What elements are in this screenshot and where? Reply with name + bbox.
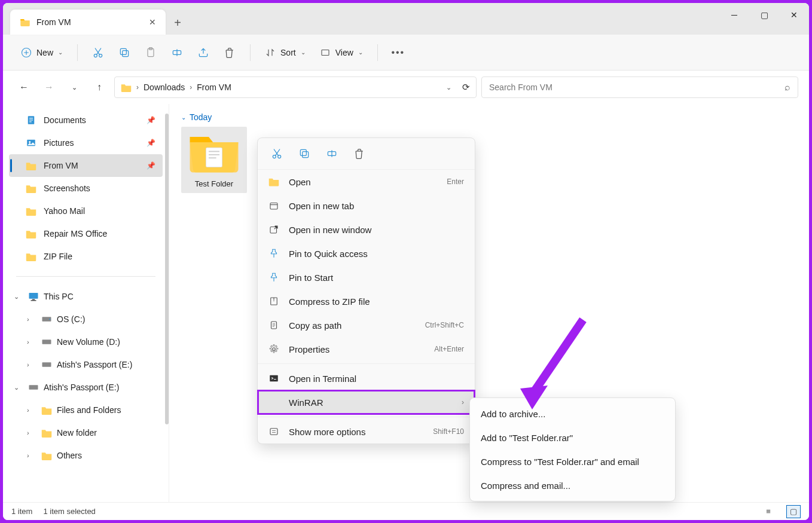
sidebar-this-pc[interactable]: ⌄ This PC <box>9 285 163 308</box>
pin-icon: 📌 <box>146 161 155 170</box>
sidebar-item-from-vm[interactable]: From VM 📌 <box>9 154 163 177</box>
ctx-pin-quick-access[interactable]: Pin to Quick access <box>258 241 475 265</box>
sidebar-item-zip-file[interactable]: ZIP File <box>9 245 163 268</box>
ctx-show-more[interactable]: Show more options Shift+F10 <box>258 420 475 444</box>
breadcrumb-from-vm[interactable]: From VM <box>197 82 231 92</box>
folder-icon <box>41 451 52 460</box>
ctx-open-new-tab[interactable]: Open in new tab <box>258 194 475 218</box>
submenu-compress-email-generic[interactable]: Compress and email... <box>470 473 675 497</box>
sidebar-item-screenshots[interactable]: Screenshots <box>9 177 163 200</box>
minimize-button[interactable]: ─ <box>719 3 749 27</box>
view-button[interactable]: View ⌄ <box>314 44 369 62</box>
new-window-icon <box>268 224 279 235</box>
new-tab-button[interactable]: + <box>166 11 190 35</box>
svg-rect-38 <box>270 429 277 435</box>
sidebar-new-folder[interactable]: › New folder <box>9 421 163 444</box>
folder-icon <box>187 131 241 176</box>
copy-icon <box>298 148 310 160</box>
group-header-today[interactable]: ⌄ Today <box>181 112 797 122</box>
ctx-label: Show more options <box>289 427 365 437</box>
ctx-open-terminal[interactable]: Open in Terminal <box>258 366 475 390</box>
drive-label: Atish's Passport (E:) <box>57 360 132 369</box>
close-window-button[interactable]: ✕ <box>779 3 809 27</box>
paste-button[interactable] <box>139 41 163 65</box>
tab-from-vm[interactable]: From VM ✕ <box>10 10 166 35</box>
chevron-right-icon: › <box>27 406 36 414</box>
file-item-test-folder[interactable]: Test Folder <box>181 127 247 193</box>
sidebar-others[interactable]: › Others <box>9 444 163 467</box>
close-tab-icon[interactable]: ✕ <box>149 17 156 27</box>
status-selected: 1 item selected <box>43 507 95 516</box>
trash-icon <box>353 148 365 160</box>
search-box[interactable]: ⌕ <box>481 77 798 98</box>
ctx-cut-button[interactable] <box>270 146 284 161</box>
scrollbar[interactable] <box>165 114 169 424</box>
ctx-compress-zip[interactable]: Compress to ZIP file <box>258 289 475 313</box>
context-menu: Open Enter Open in new tab Open in new w… <box>257 137 475 444</box>
ctx-open-new-window[interactable]: Open in new window <box>258 218 475 241</box>
ctx-shortcut: Ctrl+Shift+C <box>425 321 464 329</box>
ctx-delete-button[interactable] <box>352 146 367 161</box>
plus-circle-icon <box>21 47 32 58</box>
sidebar-drive-c[interactable]: › OS (C:) <box>9 308 163 331</box>
submenu-compress-email[interactable]: Compress to "Test Folder.rar" and email <box>470 449 675 473</box>
ctx-label: WinRAR <box>289 397 323 408</box>
svg-rect-15 <box>29 293 38 299</box>
new-button[interactable]: New ⌄ <box>15 44 69 62</box>
sidebar-item-repair-ms-office[interactable]: Repair MS Office <box>9 222 163 245</box>
recent-button[interactable]: ⌄ <box>64 77 84 97</box>
submenu-add-archive[interactable]: Add to archive... <box>470 402 675 426</box>
sidebar-item-label: Repair MS Office <box>44 229 107 238</box>
ctx-open[interactable]: Open Enter <box>258 170 475 194</box>
address-bar[interactable]: › Downloads › From VM ⌄ ⟳ <box>114 77 477 98</box>
ctx-copy-button[interactable] <box>297 146 312 161</box>
delete-button[interactable] <box>218 41 242 65</box>
svg-rect-37 <box>270 375 278 382</box>
chevron-right-icon: › <box>136 83 139 91</box>
sidebar-item-yahoo-mail[interactable]: Yahoo Mail <box>9 200 163 222</box>
nav-row: ← → ⌄ ↑ › Downloads › From VM ⌄ ⟳ ⌕ <box>3 71 809 104</box>
passport-label: Atish's Passport (E:) <box>44 383 119 392</box>
file-explorer-window: From VM ✕ + ─ ▢ ✕ New ⌄ Sort ⌄ <box>3 3 809 520</box>
cut-button[interactable] <box>86 41 110 65</box>
sidebar-passport[interactable]: ⌄ Atish's Passport (E:) <box>9 376 163 399</box>
ctx-copy-path[interactable]: Copy as path Ctrl+Shift+C <box>258 313 475 337</box>
ctx-rename-button[interactable] <box>325 146 339 161</box>
up-button[interactable]: ↑ <box>89 77 109 97</box>
folder-icon <box>26 184 36 193</box>
search-icon: ⌕ <box>784 82 790 93</box>
sidebar-drive-d[interactable]: › New Volume (D:) <box>9 331 163 353</box>
details-view-button[interactable]: ≡ <box>761 505 776 518</box>
ctx-winrar[interactable]: WinRAR › <box>258 390 475 414</box>
chevron-right-icon: › <box>27 429 36 436</box>
forward-button[interactable]: → <box>39 77 59 97</box>
ctx-properties[interactable]: Properties Alt+Enter <box>258 337 475 361</box>
trash-icon <box>224 47 236 59</box>
sidebar-drive-e[interactable]: › Atish's Passport (E:) <box>9 353 163 376</box>
refresh-button[interactable]: ⟳ <box>462 82 470 93</box>
chevron-down-icon[interactable]: ⌄ <box>446 84 451 91</box>
more-button[interactable]: ••• <box>386 41 410 65</box>
share-button[interactable] <box>191 41 215 65</box>
chevron-right-icon: › <box>190 83 192 91</box>
search-input[interactable] <box>489 82 784 92</box>
folder-label: Others <box>57 451 82 460</box>
sort-button[interactable]: Sort ⌄ <box>259 44 312 62</box>
breadcrumb-downloads[interactable]: Downloads <box>144 82 185 92</box>
back-button[interactable]: ← <box>14 77 34 97</box>
sidebar-item-documents[interactable]: Documents 📌 <box>9 109 163 131</box>
copy-button[interactable] <box>112 41 136 65</box>
more-icon <box>268 426 279 437</box>
chevron-right-icon: › <box>27 452 36 459</box>
ctx-label: Open in new tab <box>289 201 354 211</box>
maximize-button[interactable]: ▢ <box>749 3 779 27</box>
large-icons-button[interactable]: ▢ <box>786 505 801 518</box>
rename-button[interactable] <box>165 41 189 65</box>
ctx-label: Open <box>289 177 311 187</box>
sidebar-item-pictures[interactable]: Pictures 📌 <box>9 131 163 154</box>
rename-icon <box>171 47 183 59</box>
sidebar-files-folders[interactable]: › Files and Folders <box>9 399 163 421</box>
pictures-icon <box>26 137 36 148</box>
ctx-pin-start[interactable]: Pin to Start <box>258 265 475 289</box>
submenu-add-named[interactable]: Add to "Test Folder.rar" <box>470 426 675 449</box>
